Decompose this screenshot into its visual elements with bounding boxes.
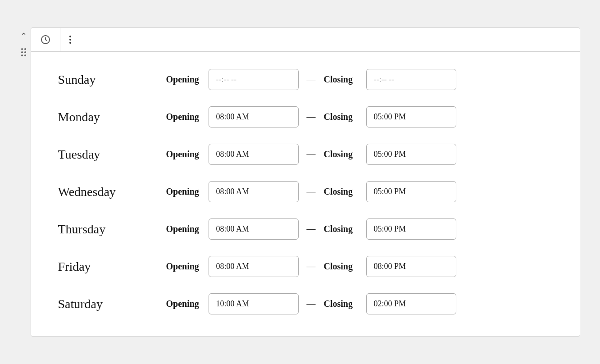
day-name-sunday: Sunday bbox=[58, 73, 166, 87]
day-name-monday: Monday bbox=[58, 110, 166, 124]
dash-thursday: — bbox=[307, 224, 316, 234]
closing-label-sunday: Closing bbox=[324, 74, 360, 85]
closing-input-saturday[interactable] bbox=[366, 293, 456, 314]
day-name-friday: Friday bbox=[58, 259, 166, 274]
closing-input-sunday[interactable] bbox=[366, 69, 456, 90]
closing-input-tuesday[interactable] bbox=[366, 144, 456, 165]
schedule-row-monday: Monday Opening — Closing bbox=[58, 98, 553, 136]
closing-label-tuesday: Closing bbox=[324, 149, 360, 159]
schedule-row-sunday: Sunday Opening — Closing bbox=[58, 61, 553, 98]
drag-handle[interactable] bbox=[21, 48, 26, 56]
schedule-row-wednesday: Wednesday Opening — Closing bbox=[58, 173, 553, 210]
card-header bbox=[31, 28, 580, 52]
closing-input-thursday[interactable] bbox=[366, 218, 456, 240]
time-group-monday: Opening — Closing bbox=[166, 106, 553, 127]
left-sidebar: ⌃ bbox=[20, 27, 31, 56]
time-group-friday: Opening — Closing bbox=[166, 256, 553, 277]
clock-icon bbox=[40, 34, 51, 45]
page-wrapper: ⌃ bbox=[20, 27, 580, 337]
time-group-wednesday: Opening — Closing bbox=[166, 181, 553, 202]
closing-label-thursday: Closing bbox=[324, 224, 360, 234]
time-group-thursday: Opening — Closing bbox=[166, 218, 553, 240]
schedule-row-friday: Friday Opening — Closing bbox=[58, 248, 553, 285]
opening-input-tuesday[interactable] bbox=[209, 144, 299, 165]
closing-label-monday: Closing bbox=[324, 112, 360, 122]
more-options-button[interactable] bbox=[60, 28, 80, 51]
day-name-thursday: Thursday bbox=[58, 222, 166, 237]
opening-label-wednesday: Opening bbox=[166, 187, 202, 197]
opening-input-sunday[interactable] bbox=[209, 69, 299, 90]
opening-label-friday: Opening bbox=[166, 261, 202, 272]
opening-input-friday[interactable] bbox=[209, 256, 299, 277]
schedule-row-thursday: Thursday Opening — Closing bbox=[58, 210, 553, 248]
dash-monday: — bbox=[307, 112, 316, 122]
schedule-row-saturday: Saturday Opening — Closing bbox=[58, 285, 553, 323]
day-name-saturday: Saturday bbox=[58, 297, 166, 311]
dash-tuesday: — bbox=[307, 149, 316, 159]
schedule-row-tuesday: Tuesday Opening — Closing bbox=[58, 136, 553, 173]
opening-label-monday: Opening bbox=[166, 112, 202, 122]
dash-saturday: — bbox=[307, 299, 316, 309]
dash-friday: — bbox=[307, 261, 316, 272]
more-dots-icon bbox=[69, 36, 71, 44]
opening-label-tuesday: Opening bbox=[166, 149, 202, 159]
closing-label-wednesday: Closing bbox=[324, 187, 360, 197]
opening-input-wednesday[interactable] bbox=[209, 181, 299, 202]
closing-input-monday[interactable] bbox=[366, 106, 456, 127]
closing-label-saturday: Closing bbox=[324, 299, 360, 309]
time-group-saturday: Opening — Closing bbox=[166, 293, 553, 314]
schedule-card: Sunday Opening — Closing Monday Opening … bbox=[31, 27, 580, 337]
day-name-tuesday: Tuesday bbox=[58, 147, 166, 162]
schedule-body: Sunday Opening — Closing Monday Opening … bbox=[31, 52, 580, 336]
dash-sunday: — bbox=[307, 74, 316, 85]
closing-input-wednesday[interactable] bbox=[366, 181, 456, 202]
day-name-wednesday: Wednesday bbox=[58, 185, 166, 199]
closing-input-friday[interactable] bbox=[366, 256, 456, 277]
closing-label-friday: Closing bbox=[324, 261, 360, 272]
opening-input-saturday[interactable] bbox=[209, 293, 299, 314]
opening-label-sunday: Opening bbox=[166, 74, 202, 85]
collapse-button[interactable]: ⌃ bbox=[20, 32, 27, 40]
dash-wednesday: — bbox=[307, 187, 316, 197]
opening-label-thursday: Opening bbox=[166, 224, 202, 234]
time-group-sunday: Opening — Closing bbox=[166, 69, 553, 90]
opening-label-saturday: Opening bbox=[166, 299, 202, 309]
opening-input-monday[interactable] bbox=[209, 106, 299, 127]
clock-tab[interactable] bbox=[31, 28, 60, 51]
time-group-tuesday: Opening — Closing bbox=[166, 144, 553, 165]
opening-input-thursday[interactable] bbox=[209, 218, 299, 240]
